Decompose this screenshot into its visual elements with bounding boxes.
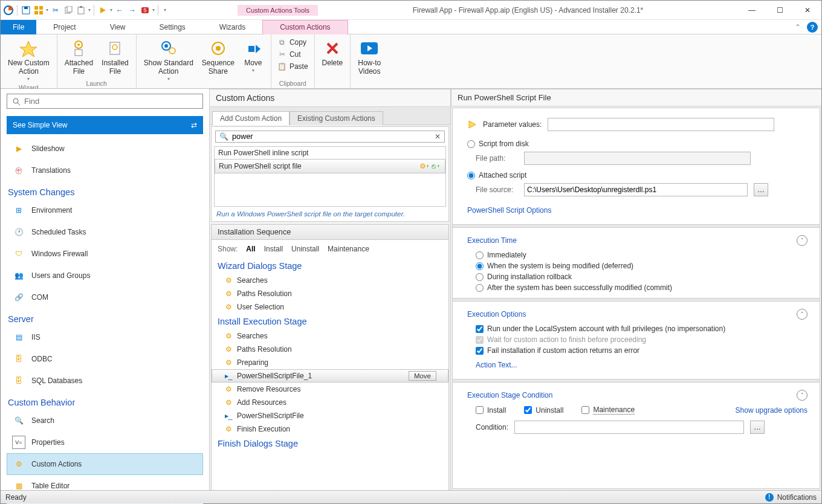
menu-wizards[interactable]: Wizards (202, 20, 262, 34)
paste-button[interactable]: 📋Paste (275, 61, 311, 72)
menu-project[interactable]: Project (36, 20, 92, 34)
browse-button[interactable]: … (754, 183, 768, 196)
collapse-icon[interactable]: ˄ (797, 309, 807, 320)
svg-rect-14 (110, 42, 120, 54)
svg-rect-4 (39, 6, 43, 10)
show-maintenance[interactable]: Maintenance (328, 245, 369, 253)
minimize-button[interactable]: — (738, 1, 766, 19)
tab-existing-custom-actions[interactable]: Existing Custom Actions (290, 111, 383, 125)
nav-environment[interactable]: ⊞Environment (7, 199, 203, 221)
menu-custom-actions[interactable]: Custom Actions (262, 20, 348, 34)
clear-search-icon[interactable]: ✕ (431, 132, 441, 141)
seq-move-button[interactable]: Move (409, 371, 436, 381)
nav-properties[interactable]: V=Properties (7, 431, 203, 453)
et-rollback-radio[interactable] (476, 273, 484, 281)
gear-icon: ⚙ (224, 302, 233, 312)
file-source-input[interactable] (524, 183, 748, 196)
new-custom-action-button[interactable]: New Custom Action▾ (4, 37, 53, 83)
find-input[interactable] (24, 97, 198, 106)
nav-translations[interactable]: ㊥Translations (7, 160, 203, 181)
installed-file-button[interactable]: Installed File (98, 37, 132, 77)
maximize-button[interactable]: ☐ (766, 1, 794, 19)
attached-file-button[interactable]: Attached File (61, 37, 97, 77)
seq-install-finish[interactable]: ⚙Finish Execution (212, 422, 448, 436)
show-upgrade-link[interactable]: Show upgrade options (736, 406, 807, 415)
collapse-icon[interactable]: ˄ (797, 235, 807, 246)
badge-icon[interactable]: 5 (140, 5, 150, 16)
back-icon[interactable]: ← (114, 5, 125, 16)
sc-uninstall-checkbox[interactable] (524, 406, 532, 414)
menu-file[interactable]: File (1, 20, 36, 34)
seq-install-ps[interactable]: ▸_PowerShellScriptFile (212, 409, 448, 422)
show-all[interactable]: All (246, 245, 255, 253)
et-deferred-radio[interactable] (476, 262, 484, 270)
seq-wizard-paths[interactable]: ⚙Paths Resolution (212, 287, 448, 300)
cut-icon[interactable]: ✂ (50, 5, 61, 16)
move-button[interactable]: Move▾ (239, 37, 267, 74)
close-button[interactable]: ✕ (794, 1, 821, 19)
nav-sql[interactable]: 🗄SQL Databases (7, 370, 203, 392)
copy-icon[interactable] (63, 5, 74, 16)
seq-install-paths[interactable]: ⚙Paths Resolution (212, 343, 448, 356)
add-with-sequence-icon[interactable]: ⚙+ (419, 161, 429, 171)
seq-wizard-searches[interactable]: ⚙Searches (212, 274, 448, 287)
svg-rect-2 (24, 7, 28, 9)
show-install[interactable]: Install (264, 245, 283, 253)
paste-icon[interactable] (76, 5, 86, 16)
seq-install-searches[interactable]: ⚙Searches (212, 329, 448, 343)
action-search-input[interactable] (232, 132, 431, 141)
eo-local-checkbox[interactable] (476, 325, 484, 333)
nav-custom-actions[interactable]: ⚙Custom Actions (7, 453, 203, 475)
nav-com[interactable]: 🔗COM (7, 286, 203, 308)
add-without-sequence-icon[interactable]: ⎋+ (432, 161, 441, 171)
menu-settings[interactable]: Settings (143, 20, 202, 34)
eo-fail-checkbox[interactable] (476, 347, 484, 355)
collapse-icon[interactable]: ˄ (797, 390, 807, 401)
save-icon[interactable] (21, 5, 31, 16)
tab-add-custom-action[interactable]: Add Custom Action (212, 111, 290, 125)
condition-input[interactable] (514, 421, 744, 434)
sc-maint-checkbox[interactable] (581, 406, 589, 414)
forward-icon[interactable]: → (127, 5, 138, 16)
action-text-link[interactable]: Action Text... (476, 357, 517, 373)
seq-install-ps1[interactable]: ▸_PowerShellScriptFile_1Move (212, 369, 448, 383)
find-box[interactable] (7, 94, 203, 109)
file-path-input[interactable] (524, 152, 751, 165)
ps-options-link[interactable]: PowerShell Script Options (467, 202, 551, 218)
ribbon-collapse-icon[interactable]: ⌃ (791, 23, 804, 31)
sequence-share-button[interactable]: Sequence Share (198, 37, 238, 77)
show-uninstall[interactable]: Uninstall (291, 245, 319, 253)
seq-wizard-user[interactable]: ⚙User Selection (212, 300, 448, 314)
et-immediately-radio[interactable] (476, 251, 484, 259)
run-icon[interactable] (97, 5, 108, 16)
help-icon[interactable]: ? (807, 22, 818, 33)
notifications-button[interactable]: !Notifications (765, 493, 817, 502)
seq-install-preparing[interactable]: ⚙Preparing (212, 356, 448, 369)
nav-slideshow[interactable]: ▶Slideshow (7, 138, 203, 160)
menu-view[interactable]: View (93, 20, 143, 34)
condition-browse-button[interactable]: … (750, 421, 765, 434)
result-script-file[interactable]: Run PowerShell script file ⚙+ ⎋+ (215, 159, 445, 173)
grid-icon[interactable] (33, 5, 44, 16)
sc-install-checkbox[interactable] (476, 406, 484, 414)
et-commit-radio[interactable] (476, 284, 484, 292)
nav-scheduled[interactable]: 🕐Scheduled Tasks (7, 221, 203, 243)
nav-firewall[interactable]: 🛡Windows Firewall (7, 243, 203, 265)
delete-button[interactable]: Delete (319, 37, 347, 69)
script-disk-radio[interactable] (467, 140, 475, 148)
result-inline-script[interactable]: Run PowerShell inline script (215, 147, 445, 159)
nav-odbc[interactable]: 🗄ODBC (7, 348, 203, 370)
action-search[interactable]: 🔍 ✕ (215, 131, 445, 143)
attached-script-radio[interactable] (467, 172, 475, 179)
seq-install-add[interactable]: ⚙Add Resources (212, 396, 448, 409)
copy-button[interactable]: ⧉Copy (275, 37, 311, 48)
show-standard-action-button[interactable]: Show Standard Action▾ (140, 37, 197, 83)
seq-install-remove[interactable]: ⚙Remove Resources (212, 383, 448, 396)
howto-videos-button[interactable]: How-to Videos (354, 37, 384, 77)
simple-view-button[interactable]: See Simple View ⇄ (7, 116, 203, 134)
nav-search[interactable]: 🔍Search (7, 410, 203, 431)
cut-button[interactable]: ✂Cut (275, 49, 311, 60)
nav-users[interactable]: 👥Users and Groups (7, 265, 203, 286)
param-values-input[interactable] (548, 118, 774, 131)
nav-iis[interactable]: ▤IIS (7, 326, 203, 348)
